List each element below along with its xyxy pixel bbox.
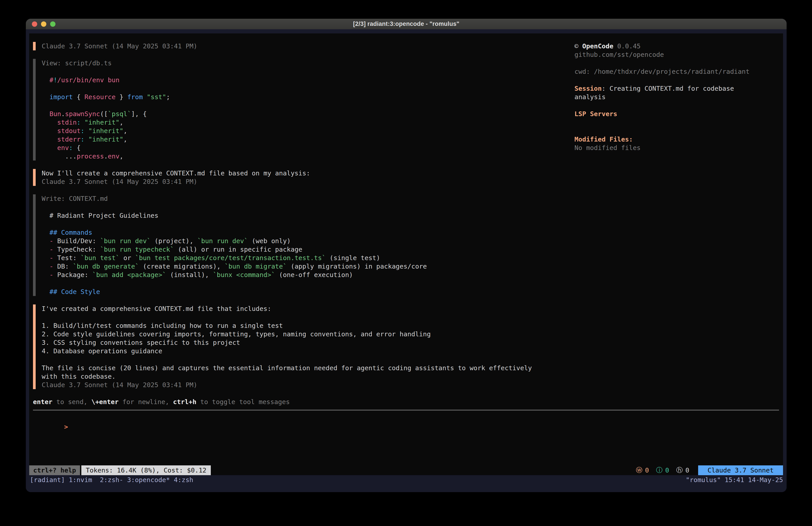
text-segment: from (127, 93, 143, 101)
text-segment: (all) or run in specific package (174, 246, 302, 253)
tmux-session-windows[interactable]: [radiant] 1:nvim 2:zsh- 3:opencode* 4:zs… (30, 475, 193, 484)
diagnostic-warnings: ⓦ0 (636, 466, 649, 475)
text-segment: Resource (85, 93, 116, 101)
prompt-symbol: > (64, 423, 68, 431)
tool-output-write-line: Write: CONTEXT.md (42, 194, 783, 203)
text-segment: spawnSync (65, 110, 100, 118)
text-segment: or (119, 254, 135, 262)
text-segment: github.com/sst/opencode (575, 51, 664, 58)
sidebar-line (575, 59, 786, 67)
text-segment: : (601, 85, 609, 92)
text-segment: stderr (57, 136, 81, 143)
sidebar-line: Modified Files: (575, 135, 786, 144)
assistant-message-line (42, 355, 783, 364)
tool-output-write: Write: CONTEXT.md # Radiant Project Guid… (33, 194, 783, 296)
text-segment: `bun run dev` (197, 237, 248, 245)
text-segment (42, 110, 49, 118)
text-segment (42, 237, 49, 245)
keybinding-hint: enter to send, \+enter for newline, ctrl… (33, 398, 783, 406)
text-segment (85, 127, 88, 134)
text-segment: The file is concise (20 lines) and captu… (42, 364, 532, 372)
prompt-input[interactable]: > (33, 414, 783, 440)
text-segment: I've created a comprehensive CONTEXT.md … (42, 305, 271, 312)
tmux-host-clock: "romulus" 15:41 14-May-25 (686, 475, 783, 484)
tool-output-view-line: ...process.env, (42, 152, 783, 160)
text-segment: No modified files (575, 144, 641, 152)
tool-output-write-line: - Build/Dev: `bun run dev` (project), `b… (42, 237, 783, 245)
text-segment: # Radiant Project Guidelines (42, 212, 158, 219)
text-segment (42, 262, 49, 270)
assistant-message-line: 2. Code style guidelines covering import… (42, 330, 783, 338)
text-segment: Bun (49, 110, 61, 118)
text-segment: © (575, 42, 582, 50)
text-segment: (single test) (326, 254, 380, 262)
text-segment (42, 136, 57, 143)
assistant-message-line: 3. CSS styling conventions specific to t… (42, 338, 783, 347)
text-segment: `bun add <package>` (92, 271, 166, 279)
text-segment: to toggle tool messages (196, 398, 290, 406)
text-segment: . (61, 110, 65, 118)
text-segment: : (77, 118, 81, 126)
assistant-message: I've created a comprehensive CONTEXT.md … (33, 304, 783, 389)
model-badge[interactable]: Claude 3.7 Sonnet (698, 465, 783, 475)
diagnostics-counters: ⓦ0ⓘ0ⓗ0 (629, 465, 689, 475)
text-segment: Claude 3.7 Sonnet (14 May 2025 03:41 PM) (42, 42, 197, 50)
opencode-panel[interactable]: Claude 3.7 Sonnet (14 May 2025 03:41 PM)… (29, 33, 783, 475)
text-segment: Claude 3.7 Sonnet (14 May 2025 03:41 PM) (42, 178, 197, 185)
text-segment (42, 229, 49, 236)
text-segment: View: script/db.ts (42, 59, 112, 67)
close-button[interactable] (32, 22, 37, 27)
text-segment: process (77, 153, 104, 160)
text-segment: `bun test` (81, 254, 120, 262)
window-title: [2/3] radiant:3:opencode - "romulus" (353, 20, 460, 27)
opencode-content: Claude 3.7 Sonnet (14 May 2025 03:41 PM)… (29, 33, 783, 465)
minimize-button[interactable] (41, 22, 46, 27)
info-icon: ⓘ (656, 466, 663, 475)
text-segment: cwd: /home/thdxr/dev/projects/radiant/ra… (575, 68, 750, 75)
text-segment: Creating CONTEXT.md for codebase (609, 85, 734, 92)
assistant-message-line (42, 313, 783, 322)
text-segment: 2. Code style guidelines covering import… (42, 330, 431, 338)
text-segment: } (116, 93, 127, 101)
text-segment (42, 254, 49, 262)
window-titlebar[interactable]: [2/3] radiant:3:opencode - "romulus" (26, 19, 787, 29)
tool-output-write-line: ## Commands (42, 228, 783, 237)
traffic-lights (32, 19, 56, 29)
sidebar-line (575, 76, 786, 84)
text-segment: - (49, 262, 53, 270)
assistant-message-line: Claude 3.7 Sonnet (14 May 2025 03:41 PM) (42, 177, 783, 186)
text-segment (42, 93, 49, 101)
text-segment: (apply migrations) in packages/core (287, 262, 427, 270)
text-segment: : (69, 144, 73, 152)
input-divider (33, 410, 779, 411)
text-segment: `psql` (108, 110, 131, 118)
text-segment: ## Commands (49, 229, 92, 236)
hints-count: 0 (685, 467, 689, 474)
text-segment: , (119, 118, 123, 126)
tool-output-write-line: - TypeCheck: `bun run typecheck` (all) o… (42, 245, 783, 254)
text-segment (42, 288, 49, 296)
text-segment: - (49, 237, 53, 245)
warnings-count: 0 (645, 467, 649, 474)
assistant-message-line: Claude 3.7 Sonnet (14 May 2025 03:41 PM) (42, 381, 783, 389)
text-segment: `bun run typecheck` (100, 246, 174, 253)
text-segment (143, 93, 147, 101)
text-segment: (web only) (248, 237, 291, 245)
sidebar-line (575, 127, 786, 135)
status-bar-spacer (211, 465, 628, 475)
text-segment: Claude 3.7 Sonnet (14 May 2025 03:41 PM) (42, 381, 197, 389)
sidebar-line: © OpenCode 0.0.45 (575, 42, 786, 51)
text-segment: 0.0.45 (613, 42, 641, 50)
text-segment: : (81, 136, 85, 143)
help-badge: ctrl+? help (29, 465, 80, 475)
assistant-message-line: Now I'll create a comprehensive CONTEXT.… (42, 169, 783, 177)
text-segment: Session (575, 85, 601, 92)
tool-output-write-line: - Package: `bun add <package>` (install)… (42, 271, 783, 279)
text-segment: ! (53, 76, 57, 84)
zoom-button[interactable] (50, 22, 56, 27)
text-segment: "inherit" (88, 136, 124, 143)
text-segment: : (81, 127, 85, 134)
sidebar-line (575, 101, 786, 110)
text-segment (81, 118, 85, 126)
text-segment: (install), (166, 271, 213, 279)
